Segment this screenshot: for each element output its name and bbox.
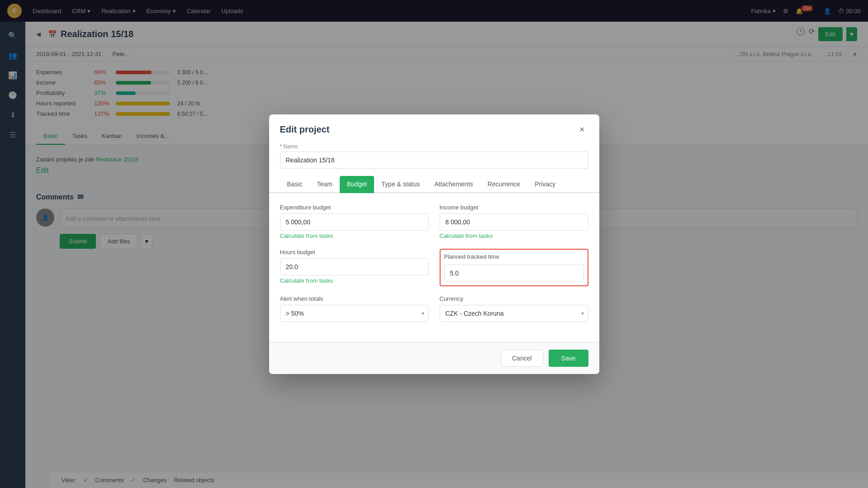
planned-tracked-label: Planned tracked time xyxy=(444,253,584,260)
cancel-button[interactable]: Cancel xyxy=(501,350,543,367)
hours-budget-group: Hours budget Calculate from tasks xyxy=(280,249,429,286)
currency-group: Currency CZK - Czech Koruna ▾ xyxy=(440,295,588,322)
currency-label: Currency xyxy=(440,295,588,302)
modal-tab-type-status[interactable]: Type & status xyxy=(374,176,427,193)
planned-tracked-input[interactable] xyxy=(444,265,584,282)
modal-tab-budget[interactable]: Budget xyxy=(340,176,374,193)
currency-select-wrapper: CZK - Czech Koruna ▾ xyxy=(440,305,588,322)
save-button[interactable]: Save xyxy=(549,350,588,367)
currency-select[interactable]: CZK - Czech Koruna xyxy=(440,305,588,322)
modal-body: Expenditure budget Calculate from tasks … xyxy=(269,193,599,342)
name-field-input[interactable] xyxy=(280,152,588,169)
modal-title: Edit project xyxy=(280,124,330,135)
alert-group: Alert when totals > 50% ▾ xyxy=(280,295,429,322)
planned-tracked-highlighted-box: Planned tracked time xyxy=(440,249,588,286)
edit-project-modal: Edit project × Name Basic Team Budget Ty… xyxy=(269,114,599,374)
modal-close-button[interactable]: × xyxy=(576,123,588,136)
hours-budget-input[interactable] xyxy=(280,258,429,275)
modal-header: Edit project × xyxy=(269,114,599,136)
alert-label: Alert when totals xyxy=(280,295,429,302)
budget-row-3: Alert when totals > 50% ▾ Currency CZK -… xyxy=(280,295,588,322)
modal-tab-privacy[interactable]: Privacy xyxy=(527,176,563,193)
name-field-label: Name xyxy=(280,143,588,150)
modal-tabs: Basic Team Budget Type & status Attachem… xyxy=(269,176,599,193)
alert-select[interactable]: > 50% xyxy=(280,305,429,322)
income-budget-label: Income budget xyxy=(440,204,588,211)
modal-tab-basic[interactable]: Basic xyxy=(280,176,310,193)
calc-from-tasks-right[interactable]: Calculate from tasks xyxy=(440,232,493,239)
modal-tab-recurrence[interactable]: Recurrence xyxy=(480,176,527,193)
calc-from-tasks-bottom[interactable]: Calculate from tasks xyxy=(280,277,333,284)
planned-tracked-group: Planned tracked time xyxy=(440,249,588,286)
alert-select-wrapper: > 50% ▾ xyxy=(280,305,429,322)
modal-name-section: Name xyxy=(269,136,599,169)
income-budget-group: Income budget Calculate from tasks xyxy=(440,204,588,240)
hours-budget-label: Hours budget xyxy=(280,249,429,256)
expenditure-budget-group: Expenditure budget Calculate from tasks xyxy=(280,204,429,240)
expenditure-budget-label: Expenditure budget xyxy=(280,204,429,211)
budget-row-2: Hours budget Calculate from tasks Planne… xyxy=(280,249,588,286)
budget-row-1: Expenditure budget Calculate from tasks … xyxy=(280,204,588,240)
modal-footer: Cancel Save xyxy=(269,342,599,374)
modal-tab-attachements[interactable]: Attachements xyxy=(427,176,480,193)
modal-tab-team[interactable]: Team xyxy=(310,176,340,193)
expenditure-budget-input[interactable] xyxy=(280,213,429,231)
income-budget-input[interactable] xyxy=(440,213,588,231)
calc-from-tasks-left[interactable]: Calculate from tasks xyxy=(280,232,333,239)
